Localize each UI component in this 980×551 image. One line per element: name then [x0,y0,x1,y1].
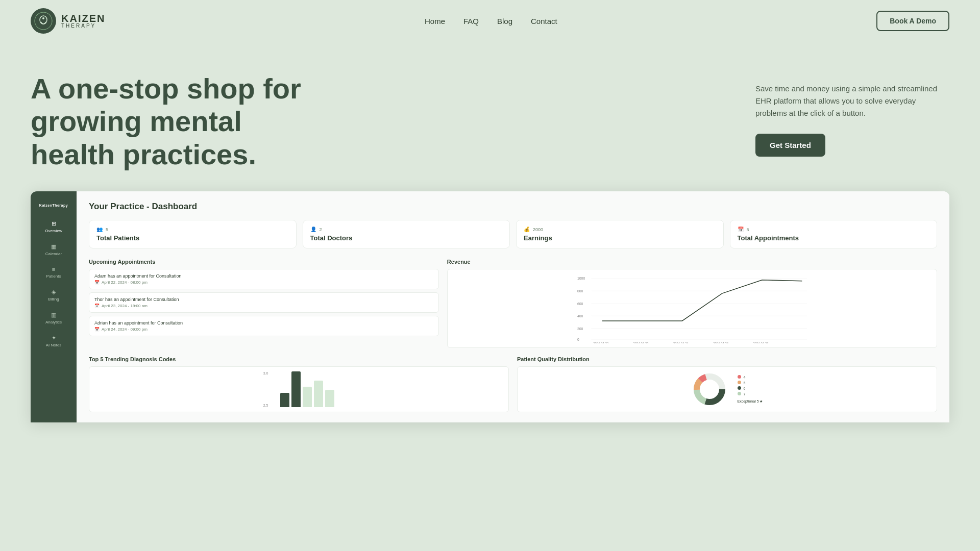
svg-text:2024-04-24: 2024-04-24 [673,342,689,343]
billing-icon: ◈ [52,289,56,295]
calendar-icon: ▦ [51,243,56,250]
ainotes-icon: ✦ [52,335,56,341]
sidebar-item-calendar[interactable]: ▦ Calendar [31,238,77,261]
legend-dot-1 [738,381,741,384]
sidebar-label-overview: Overview [45,229,62,233]
nav-blog[interactable]: Blog [497,17,512,26]
sidebar-item-patients[interactable]: ≡ Patients [31,261,77,284]
earnings-count: 2000 [533,227,543,232]
nav-faq[interactable]: FAQ [463,17,479,26]
sidebar: KaizenTherapy ⊞ Overview ▦ Calendar ≡ Pa… [31,191,77,422]
stat-card-doctors: 👤 2 Total Doctors [303,220,510,248]
legend-dot-0 [738,375,741,379]
bar-y-label-0: 3.0 [263,371,268,375]
sidebar-label-calendar: Calendar [45,252,62,256]
sidebar-label-billing: Billing [48,297,59,302]
legend-dot-2 [738,386,741,390]
appt-name-1: Thor has an appointment for Consultation [94,297,433,302]
svg-point-0 [35,12,52,30]
stat-card-patients: 👥 5 Total Patients [89,220,297,248]
appt-date-text-1: April 23, 2024 - 19:00 am [102,304,148,308]
legend-item-0: 4 [738,375,763,379]
hero-title: A one-stop shop for growing mental healt… [31,72,311,171]
sidebar-label-patients: Patients [46,274,61,279]
bar-3 [314,381,323,407]
stat-card-appointments: 📅 5 Total Appointments [730,220,938,248]
revenue-title: Revenue [447,259,937,265]
legend-label-0: 4 [743,375,745,379]
svg-text:0: 0 [577,338,579,341]
navbar: KAIZEN THERAPY Home FAQ Blog Contact Boo… [0,0,980,42]
nav-home[interactable]: Home [425,17,445,26]
upcoming-title: Upcoming Appointments [89,259,439,265]
appointments-count: 5 [747,227,749,232]
legend-item-1: 5 [738,381,763,385]
logo-kaizen: KAIZEN [61,13,105,23]
analytics-icon: ▥ [51,312,56,318]
legend-dot-3 [738,392,741,395]
legend-item-2: 6 [738,386,763,390]
doctors-count: 2 [320,227,322,232]
logo-text: KAIZEN THERAPY [61,13,105,29]
bar-1 [291,371,301,407]
logo-therapy: THERAPY [61,23,105,29]
book-demo-button[interactable]: Book A Demo [876,11,949,31]
sidebar-item-analytics[interactable]: ▥ Analytics [31,307,77,330]
cal-icon-0: 📅 [94,280,100,285]
doctors-stat-icon: 👤 [310,227,316,232]
appt-date-2: 📅 April 24, 2024 - 09:00 pm [94,327,433,332]
svg-text:400: 400 [577,314,583,318]
upcoming-section: Upcoming Appointments Adam has an appoin… [89,259,439,348]
bar-chart [280,371,334,407]
donut-legend: 4 5 6 7 Ex [738,375,763,404]
nav-contact[interactable]: Contact [531,17,557,26]
donut-chart [692,371,727,407]
get-started-button[interactable]: Get Started [755,134,825,157]
revenue-chart: 1000 800 600 400 200 0 [447,269,937,348]
sidebar-brand: KaizenTherapy [31,199,77,215]
dashboard-bottom: Upcoming Appointments Adam has an appoin… [89,259,937,348]
svg-text:200: 200 [577,327,583,331]
appt-name-0: Adam has an appointment for Consultation [94,273,433,279]
sidebar-item-ainotes[interactable]: ✦ AI Notes [31,330,77,353]
patients-label: Total Patients [96,234,289,242]
earnings-label: Earnings [524,234,716,242]
lower-section: Top 5 Trending Diagnosis Codes 3.0 2.5 [89,356,937,412]
appt-date-text-0: April 22, 2024 - 08:00 pm [102,280,148,285]
sidebar-label-analytics: Analytics [45,320,62,324]
stat-cards: 👥 5 Total Patients 👤 2 Total Doctors 💰 2… [89,220,937,248]
svg-text:1000: 1000 [577,277,585,280]
diagnosis-chart-body: 3.0 2.5 [89,366,509,412]
bar-0 [280,393,289,407]
diagnosis-title: Top 5 Trending Diagnosis Codes [89,356,509,362]
bar-4 [325,390,334,407]
svg-text:2024-04-22: 2024-04-22 [593,342,608,343]
quality-title: Patient Quality Distribution [517,356,937,362]
svg-text:2024-04-26: 2024-04-26 [753,342,768,343]
sidebar-item-billing[interactable]: ◈ Billing [31,284,77,307]
appt-date-text-2: April 24, 2024 - 09:00 pm [102,327,148,332]
quality-card: Patient Quality Distribution [517,356,937,412]
legend-label-3: 7 [743,392,745,396]
logo: KAIZEN THERAPY [31,8,105,34]
legend-label-2: 6 [743,387,745,390]
appt-date-1: 📅 April 23, 2024 - 19:00 am [94,304,433,308]
sidebar-item-overview[interactable]: ⊞ Overview [31,215,77,238]
diagnosis-card: Top 5 Trending Diagnosis Codes 3.0 2.5 [89,356,509,412]
hero-description: Save time and money using a simple and s… [755,83,939,119]
quality-chart-body: 4 5 6 7 Ex [517,366,937,412]
appointment-item-1: Thor has an appointment for Consultation… [89,292,439,313]
bar-y-label-1: 2.5 [263,404,268,407]
appointment-item-0: Adam has an appointment for Consultation… [89,269,439,289]
dashboard-mockup: KaizenTherapy ⊞ Overview ▦ Calendar ≡ Pa… [31,191,949,422]
appointments-label: Total Appointments [738,234,930,242]
earnings-stat-icon: 💰 [524,227,530,232]
hero-right: Save time and money using a simple and s… [755,72,949,157]
appointments-stat-icon: 📅 [738,227,744,232]
overview-icon: ⊞ [52,220,56,227]
logo-icon [31,8,56,34]
patients-icon: ≡ [52,266,55,272]
hero-section: A one-stop shop for growing mental healt… [0,42,980,191]
quality-note: Exceptional 5 ★ [738,399,763,404]
svg-text:2024-04-23: 2024-04-23 [633,342,648,343]
